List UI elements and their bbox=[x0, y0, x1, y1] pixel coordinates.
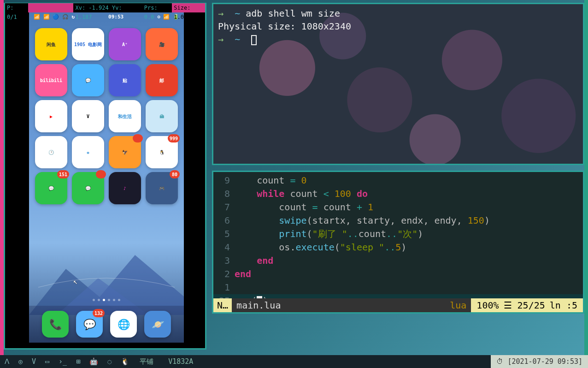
app-label: V bbox=[87, 114, 89, 119]
editor-filetype: lua bbox=[445, 299, 471, 312]
dock-app-3[interactable]: 🪐 bbox=[144, 311, 171, 338]
dock-app-0[interactable]: 📞 bbox=[42, 311, 69, 338]
app-label: ♪ bbox=[123, 186, 126, 191]
taskbar-clock[interactable]: ⏱ [2021-07-29 09:53] bbox=[491, 355, 588, 368]
app-icon-7[interactable]: 邮 bbox=[146, 64, 178, 96]
app-icon-5[interactable]: 💬 bbox=[72, 64, 104, 96]
code-line[interactable]: 6 swipe(startx, starty, endx, endy, 150) bbox=[213, 214, 583, 227]
app-icon-4[interactable]: bilibili bbox=[35, 64, 67, 96]
app-icon-13[interactable]: ❋ bbox=[72, 136, 104, 168]
notification-badge: 132 bbox=[93, 309, 105, 317]
app-icon-1[interactable]: 1905 电影网 bbox=[72, 28, 104, 60]
chrome-icon[interactable]: ◎ bbox=[14, 355, 27, 368]
app-icon-14[interactable]: 🦅 bbox=[109, 136, 141, 168]
page-dot[interactable] bbox=[118, 299, 120, 301]
code-line[interactable]: 1 bbox=[213, 281, 583, 294]
app-label: 💬 bbox=[48, 186, 54, 191]
app-label: 💬 bbox=[85, 78, 91, 83]
app-label: 🕐 bbox=[48, 150, 54, 155]
terminal-line: Physical size: 1080x2340 bbox=[218, 20, 578, 33]
dock-app-2[interactable]: 🌐 bbox=[110, 311, 137, 338]
taskbar-title: V1832A bbox=[159, 357, 491, 366]
code-line[interactable]: 5 print("刷了 "..count.."次") bbox=[213, 227, 583, 241]
v-icon[interactable]: V bbox=[27, 355, 41, 368]
code-line[interactable]: 3 end bbox=[213, 254, 583, 267]
android-icon[interactable]: 🤖 bbox=[85, 355, 103, 368]
app-icon-10[interactable]: 和生活 bbox=[109, 100, 141, 132]
code-content: count = count + 1 bbox=[235, 201, 373, 214]
status-left-icons: 📶 📶 🔵 🎧 ↻ bbox=[34, 14, 75, 20]
notification-badge: 80 bbox=[170, 170, 180, 178]
app-label: 💬 bbox=[85, 186, 91, 191]
app-label: 和生活 bbox=[118, 114, 132, 119]
code-line[interactable]: 4 os.execute("sleep "..5) bbox=[213, 241, 583, 254]
app-label: 邮 bbox=[159, 78, 164, 83]
app-icon-17[interactable]: 💬 bbox=[72, 172, 104, 204]
terminal-window[interactable]: → ~ adb shell wm sizePhysical size: 1080… bbox=[212, 3, 584, 165]
app-icon-18[interactable]: ♪ bbox=[109, 172, 141, 204]
line-number: 6 bbox=[213, 214, 235, 227]
page-dot[interactable] bbox=[113, 299, 115, 301]
dock-app-1[interactable]: 💬132 bbox=[76, 311, 103, 338]
code-area[interactable]: 9 count = 08 while count < 100 do7 count… bbox=[213, 172, 583, 309]
app-label: 🐧 bbox=[159, 150, 165, 155]
app-icon-8[interactable]: ▶ bbox=[35, 100, 67, 132]
code-line[interactable]: 2end bbox=[213, 267, 583, 281]
app-icon-16[interactable]: 💬151 bbox=[35, 172, 67, 204]
code-line[interactable]: 9 count = 0 bbox=[213, 174, 583, 187]
ptr-pressure: Prs: 0.0 bbox=[142, 3, 172, 12]
ptr-coords-red bbox=[28, 3, 73, 12]
dock[interactable]: 📞💬132🌐🪐 bbox=[29, 306, 184, 343]
terminal-line: → ~ adb shell wm size bbox=[218, 7, 578, 20]
app-icon-15[interactable]: 🐧999 bbox=[146, 136, 178, 168]
app-icon-3[interactable]: 🎥 bbox=[146, 28, 178, 60]
editor-window[interactable]: 9 count = 08 while count < 100 do7 count… bbox=[212, 171, 584, 314]
code-line[interactable]: 8 while count < 100 do bbox=[213, 187, 583, 201]
phone-mirror-window: P: 0/1 Xv: -1.924 Yv: 1.187 Prs: 0.0 Siz… bbox=[4, 3, 206, 350]
desktop-taskbar[interactable]: ᐱ◎V▭›_⊞🤖◌🐧 平铺 V1832A ⏱ [2021-07-29 09:53… bbox=[0, 355, 588, 368]
code-content: while count < 100 do bbox=[235, 187, 368, 201]
app-label: 🏔 bbox=[159, 114, 164, 119]
app-label: ▶ bbox=[50, 114, 53, 119]
line-number: 8 bbox=[213, 187, 235, 201]
taskbar-layout-label[interactable]: 平铺 bbox=[134, 357, 159, 366]
line-number: 7 bbox=[213, 201, 235, 214]
ptr-velocity: Xv: -1.924 Yv: 1.187 bbox=[73, 3, 142, 12]
editor-line-col: ln :5 bbox=[550, 299, 577, 312]
app-icon-9[interactable]: V bbox=[72, 100, 104, 132]
notification-badge: 999 bbox=[168, 134, 180, 142]
page-indicator bbox=[29, 299, 184, 301]
code-content: end bbox=[235, 254, 273, 267]
app-icon-12[interactable]: 🕐 bbox=[35, 136, 67, 168]
app-label: ❋ bbox=[87, 150, 89, 155]
app-icon-0[interactable]: 闲鱼 bbox=[35, 28, 67, 60]
wallpaper-building bbox=[29, 241, 184, 315]
window-icon[interactable]: ▭ bbox=[41, 355, 54, 368]
line-number: 5 bbox=[213, 227, 235, 241]
vim-mode-indicator: N… bbox=[213, 298, 232, 312]
code-content: count = 0 bbox=[235, 174, 307, 187]
page-dot[interactable] bbox=[98, 299, 100, 301]
code-content: print("刷了 "..count.."次") bbox=[235, 227, 423, 241]
app-label: 1905 电影网 bbox=[74, 42, 102, 47]
tux-icon[interactable]: 🐧 bbox=[116, 355, 134, 368]
arch-icon[interactable]: ᐱ bbox=[0, 355, 14, 368]
page-dot[interactable] bbox=[108, 299, 110, 301]
page-dot[interactable] bbox=[93, 299, 95, 301]
windows-icon[interactable]: ⊞ bbox=[71, 355, 85, 368]
app-icon-2[interactable]: A⁺ bbox=[109, 28, 141, 60]
terminal-icon[interactable]: ›_ bbox=[54, 355, 71, 368]
app-icon-11[interactable]: 🏔 bbox=[146, 100, 178, 132]
home-apps-grid[interactable]: 闲鱼1905 电影网A⁺🎥bilibili💬贴邮▶V和生活🏔🕐❋🦅🐧999💬15… bbox=[29, 22, 184, 211]
code-line[interactable]: 7 count = count + 1 bbox=[213, 201, 583, 214]
page-dot[interactable] bbox=[103, 299, 105, 301]
app-icon-6[interactable]: 贴 bbox=[109, 64, 141, 96]
phone-screen[interactable]: 📶 📶 🔵 🎧 ↻ 09:53 ⚙ 📶 🔋 闲鱼1905 电影网A⁺🎥bilib… bbox=[29, 12, 184, 343]
circle-icon[interactable]: ◌ bbox=[103, 355, 116, 368]
code-content: end bbox=[235, 267, 251, 281]
app-icon-19[interactable]: 🎮80 bbox=[146, 172, 178, 204]
line-number: 4 bbox=[213, 241, 235, 254]
editor-percent: 100% bbox=[476, 299, 499, 312]
status-time: 09:53 bbox=[108, 14, 123, 20]
android-status-bar: 📶 📶 🔵 🎧 ↻ 09:53 ⚙ 📶 🔋 bbox=[29, 12, 184, 22]
